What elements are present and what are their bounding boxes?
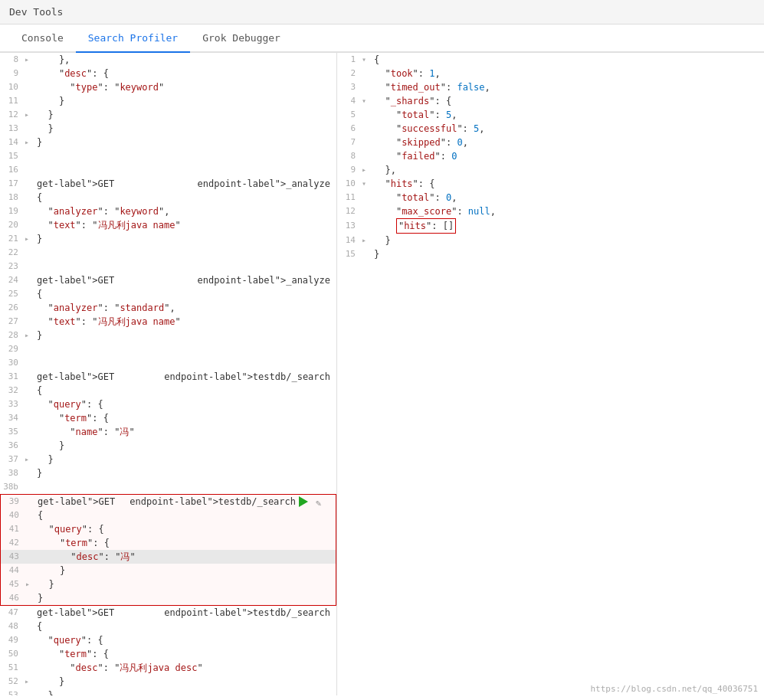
code-line: 34 "term": {: [0, 411, 336, 425]
code-line: 41 "query": {: [1, 522, 336, 536]
code-line: 23: [0, 260, 336, 273]
code-line: 38 }: [0, 466, 336, 480]
code-line: 53 }: [0, 689, 336, 695]
title-bar: Dev Tools: [0, 0, 764, 25]
code-line: 13 "hits": []: [337, 218, 764, 234]
code-line: 27 "text": "冯凡利java name": [0, 315, 336, 329]
code-line: 16: [0, 163, 336, 177]
code-line: 5 "total": 5,: [337, 108, 764, 122]
right-response-panel: 1 ▾ { 2 "took": 1, 3 "timed_out": false,…: [337, 53, 764, 695]
code-line: 47 get-label">GET endpoint-label">testdb…: [0, 606, 336, 620]
code-line: 35 "name": "冯": [0, 425, 336, 439]
code-line: 4 ▾ "_shards": {: [337, 94, 764, 108]
code-line: 15 }: [337, 247, 764, 261]
code-line: 39 get-label">GET endpoint-label">testdb…: [1, 495, 336, 509]
code-line: 19 "analyzer": "keyword",: [0, 204, 336, 218]
code-line: 45 ▸ }: [1, 577, 336, 591]
hits-response-box: "hits": []: [396, 218, 456, 234]
code-line: 40 {: [1, 509, 336, 522]
code-line: 13 }: [0, 122, 336, 136]
code-line: 10 "type": "keyword": [0, 80, 336, 94]
code-line: 15: [0, 149, 336, 163]
code-line: 37 ▸ }: [0, 453, 336, 466]
code-line: 11 }: [0, 94, 336, 108]
code-line: 11 "total": 0,: [337, 191, 764, 204]
code-line: 42 "term": {: [1, 536, 336, 550]
code-line: 28 ▸ }: [0, 329, 336, 342]
code-line: 31 get-label">GET endpoint-label">testdb…: [0, 370, 336, 384]
code-line: 52 ▸ }: [0, 675, 336, 689]
tab-search-profiler[interactable]: Search Profiler: [76, 25, 190, 53]
code-line: 48 {: [0, 620, 336, 633]
code-line: 22: [0, 246, 336, 260]
code-line: 6 "successful": 5,: [337, 122, 764, 136]
code-line: 49 "query": {: [0, 633, 336, 647]
code-line: 2 "took": 1,: [337, 67, 764, 80]
code-line: 21 ▸ }: [0, 232, 336, 246]
code-line: 46 }: [1, 591, 336, 605]
code-line: 9 "desc": {: [0, 67, 336, 80]
tab-bar: Console Search Profiler Grok Debugger: [0, 25, 764, 53]
run-icons[interactable]: ✎: [296, 496, 330, 507]
edit-icon[interactable]: ✎: [316, 496, 326, 507]
code-line: 8 "failed": 0: [337, 149, 764, 163]
code-line: 14 ▸ }: [337, 234, 764, 247]
code-line: 25 {: [0, 287, 336, 301]
code-line: 36 }: [0, 439, 336, 453]
code-line: 3 "timed_out": false,: [337, 80, 764, 94]
run-icon[interactable]: [299, 496, 308, 507]
code-line: 30: [0, 356, 336, 370]
code-line: 18 {: [0, 191, 336, 204]
code-line: 9 ▸ },: [337, 163, 764, 177]
code-line: 10 ▾ "hits": {: [337, 177, 764, 191]
code-line: 38b: [0, 480, 336, 494]
tab-grok-debugger[interactable]: Grok Debugger: [190, 25, 293, 53]
code-line: 43 "desc": "冯": [1, 550, 336, 564]
code-line: 24 get-label">GET endpoint-label">_analy…: [0, 273, 336, 287]
code-line: 17 get-label">GET endpoint-label">_analy…: [0, 177, 336, 191]
code-line: 51 "desc": "冯凡利java desc": [0, 661, 336, 675]
code-line: 14 ▸ }: [0, 136, 336, 149]
code-line: 12 ▸ }: [0, 108, 336, 122]
tab-console[interactable]: Console: [9, 25, 76, 53]
code-line: 32 {: [0, 384, 336, 397]
code-line: 44 }: [1, 564, 336, 577]
app-title: Dev Tools: [9, 6, 63, 18]
code-line: 26 "analyzer": "standard",: [0, 301, 336, 315]
code-line: 12 "max_score": null,: [337, 204, 764, 218]
code-line: 29: [0, 342, 336, 356]
code-line: 33 "query": {: [0, 397, 336, 411]
code-line: 8 ▸ },: [0, 53, 336, 67]
watermark: https://blog.csdn.net/qq_40036751: [590, 684, 758, 694]
code-line: 20 "text": "冯凡利java name": [0, 218, 336, 232]
code-line: 50 "term": {: [0, 647, 336, 661]
code-line: 1 ▾ {: [337, 53, 764, 67]
left-editor-panel: 8 ▸ }, 9 "desc": { 10 "type": "keyword" …: [0, 53, 337, 695]
code-line: 7 "skipped": 0,: [337, 136, 764, 149]
